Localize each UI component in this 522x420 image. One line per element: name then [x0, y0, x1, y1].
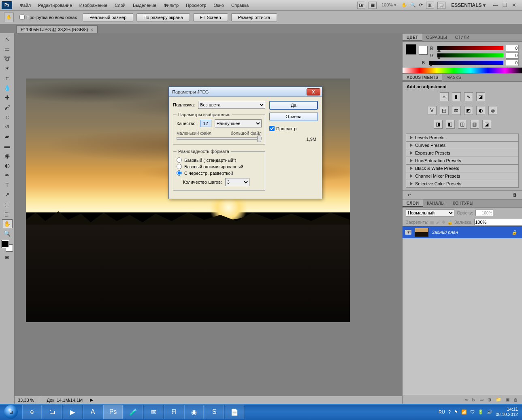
move-tool[interactable]: ↖ [2, 35, 13, 44]
dodge-tool[interactable]: ◐ [2, 161, 13, 170]
extras-icon[interactable]: ▦ [369, 2, 377, 9]
zoom-level[interactable]: 100% ▾ [380, 2, 398, 8]
dialog-close-button[interactable]: X [307, 88, 320, 95]
document-tab[interactable]: P1130550.JPG @ 33,3% (RGB/8) × [16, 25, 98, 33]
bw-icon[interactable]: ◩ [464, 106, 473, 115]
ok-button[interactable]: Да [269, 101, 318, 110]
menu-select[interactable]: Выделение [129, 2, 160, 9]
restore-button[interactable]: ❐ [501, 2, 509, 8]
gradient-map-icon[interactable]: ▥ [470, 120, 479, 129]
arrange-icon[interactable]: ▯▯ [426, 2, 434, 9]
blur-tool[interactable]: ◉ [2, 151, 13, 160]
quickmask-tool[interactable]: ◙ [2, 252, 13, 261]
fill-input[interactable] [474, 219, 522, 225]
color-selector[interactable] [2, 240, 13, 252]
brush-tool[interactable]: 🖌 [2, 103, 13, 112]
wand-tool[interactable]: ✶ [2, 64, 13, 73]
layer-style-icon[interactable]: fx [472, 397, 475, 402]
tab-masks[interactable]: MASKS [442, 74, 465, 81]
workspace-switcher[interactable]: ESSENTIALS ▾ [449, 2, 488, 8]
scroll-all-checkbox[interactable]: Прокрутка во всех окнах [17, 15, 79, 20]
adjustment-trash-icon[interactable]: 🗑 [513, 192, 517, 197]
taskbar-ie[interactable]: e [22, 405, 42, 419]
fit-screen-button[interactable]: По размеру экрана [136, 13, 190, 21]
taskbar-chrome[interactable]: ◉ [184, 405, 204, 419]
tray-volume-icon[interactable]: 🔊 [487, 409, 492, 415]
new-fill-layer-icon[interactable]: ◑ [488, 397, 492, 402]
fill-screen-button[interactable]: Fill Screen [193, 13, 228, 21]
taskbar-app2[interactable]: 🧪 [124, 405, 143, 419]
tab-styles[interactable]: СТИЛИ [451, 34, 473, 41]
layer-thumbnail[interactable] [415, 228, 428, 237]
shape-tool[interactable]: ▢ [2, 200, 13, 209]
3d-tool[interactable]: ⬚ [2, 210, 13, 218]
screen-mode-icon[interactable]: ▢ [437, 2, 445, 9]
matte-select[interactable]: Без цвета [198, 101, 265, 109]
format-baseline[interactable]: Базовый ("стандартный") [177, 157, 262, 163]
color-ramp[interactable] [403, 68, 522, 73]
rotate-icon[interactable]: ⟳ [419, 2, 423, 8]
green-slider[interactable] [437, 53, 503, 57]
menu-view[interactable]: Просмотр [182, 2, 210, 9]
pen-tool[interactable]: ✒ [2, 171, 13, 180]
red-input[interactable] [506, 45, 519, 51]
lock-all-icon[interactable]: 🔒 [447, 219, 453, 225]
status-arrow-icon[interactable]: ▶ [90, 397, 93, 403]
selective-color-icon[interactable]: ◪ [482, 120, 491, 129]
quality-preset-select[interactable]: Наилучшее [215, 119, 262, 127]
gradient-tool[interactable]: ▬ [2, 142, 13, 151]
menu-image[interactable]: Изображение [76, 2, 111, 9]
tray-flag-icon[interactable]: ⚑ [454, 409, 458, 415]
history-brush-tool[interactable]: ↺ [2, 122, 13, 131]
crop-tool[interactable]: ⌗ [2, 74, 13, 83]
tab-color[interactable]: ЦВЕТ [403, 34, 422, 41]
current-tool-icon[interactable]: ✋ [4, 13, 14, 22]
eraser-tool[interactable]: ▰ [2, 132, 13, 141]
menu-layer[interactable]: Слой [111, 2, 129, 9]
menu-file[interactable]: Файл [16, 2, 34, 9]
start-button[interactable]: ⊞ [0, 404, 22, 420]
clock[interactable]: 14:11 08.10.2012 [496, 407, 518, 417]
stamp-tool[interactable]: ⎌ [2, 112, 13, 121]
zoom-icon[interactable]: 🔍 [410, 2, 416, 8]
zoom-tool[interactable]: 🔍 [2, 229, 13, 238]
tray-network-icon[interactable]: 📶 [461, 409, 467, 415]
exposure-icon[interactable]: ◪ [476, 92, 485, 101]
blend-mode-select[interactable]: Нормальный [406, 209, 454, 216]
visibility-icon[interactable]: 👁 [405, 230, 411, 235]
quality-input[interactable] [200, 120, 211, 127]
preview-checkbox[interactable]: Просмотр [269, 126, 318, 131]
minimize-button[interactable]: — [491, 2, 500, 8]
menu-filter[interactable]: Фильтр [160, 2, 182, 9]
preset-selective-color[interactable]: Selective Color Presets [406, 180, 519, 188]
lang-indicator[interactable]: RU [439, 409, 445, 414]
lasso-tool[interactable]: ➰ [2, 54, 13, 63]
link-layers-icon[interactable]: ∞ [465, 397, 468, 402]
print-size-button[interactable]: Размер оттиска [231, 13, 277, 21]
menu-help[interactable]: Справка [228, 2, 252, 9]
preset-channel-mixer[interactable]: Channel Mixer Presets [406, 172, 519, 180]
dialog-titlebar[interactable]: Параметры JPEG X [169, 87, 322, 97]
tray-help-icon[interactable]: ? [448, 409, 451, 414]
balance-icon[interactable]: ⚖ [452, 106, 461, 115]
taskbar-skype[interactable]: S [205, 405, 224, 419]
hand-tool[interactable]: ✋ [2, 219, 13, 228]
taskbar-app1[interactable]: A [83, 405, 102, 419]
lock-transparency-icon[interactable]: ▦ [430, 219, 434, 225]
layer-mask-icon[interactable]: ▭ [479, 397, 484, 402]
new-layer-icon[interactable]: ▣ [505, 397, 509, 402]
preset-bw[interactable]: Black & White Presets [406, 165, 519, 172]
menu-edit[interactable]: Редактирование [34, 2, 76, 9]
close-tab-icon[interactable]: × [90, 27, 93, 32]
taskbar-media[interactable]: ▶ [63, 405, 82, 419]
actual-pixels-button[interactable]: Реальный размер [83, 13, 133, 21]
taskbar-app3[interactable]: 📄 [225, 405, 244, 419]
bridge-icon[interactable]: Br [357, 2, 365, 9]
tab-channels[interactable]: КАНАЛЫ [423, 199, 449, 207]
foreground-color-swatch[interactable] [2, 240, 9, 248]
eyedropper-tool[interactable]: 💧 [2, 83, 13, 92]
blue-input[interactable] [506, 59, 519, 66]
status-doc-size[interactable]: Док: 14,1M/14,1M [47, 398, 83, 403]
panel-fg-swatch[interactable] [406, 44, 416, 55]
photo-filter-icon[interactable]: ◐ [476, 106, 485, 115]
